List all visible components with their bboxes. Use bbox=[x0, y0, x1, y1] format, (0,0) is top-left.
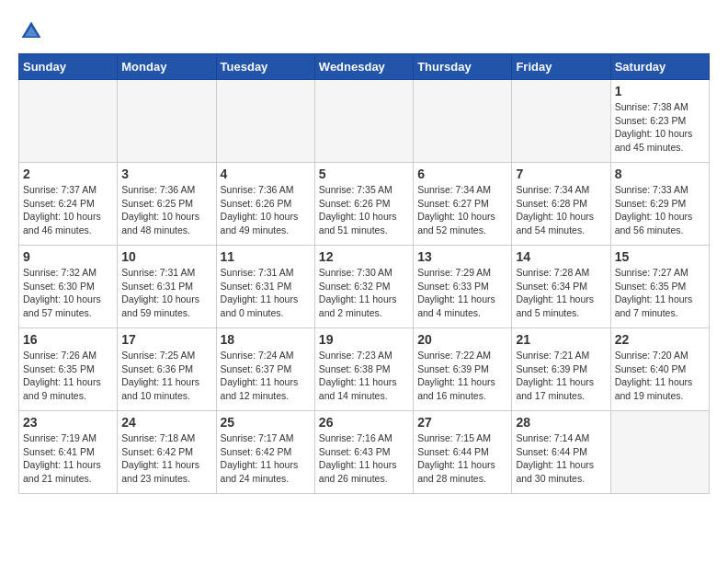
calendar-cell: 17Sunrise: 7:25 AM Sunset: 6:36 PM Dayli… bbox=[118, 328, 216, 411]
day-number: 22 bbox=[615, 332, 705, 347]
day-header: Tuesday bbox=[216, 54, 314, 80]
calendar-cell: 11Sunrise: 7:31 AM Sunset: 6:31 PM Dayli… bbox=[216, 246, 314, 328]
day-info: Sunrise: 7:36 AM Sunset: 6:25 PM Dayligh… bbox=[121, 183, 211, 237]
calendar-cell: 16Sunrise: 7:26 AM Sunset: 6:35 PM Dayli… bbox=[19, 328, 118, 411]
calendar-cell bbox=[512, 80, 610, 163]
day-info: Sunrise: 7:30 AM Sunset: 6:32 PM Dayligh… bbox=[319, 266, 409, 320]
calendar-cell: 21Sunrise: 7:21 AM Sunset: 6:39 PM Dayli… bbox=[512, 328, 610, 411]
day-header: Saturday bbox=[610, 54, 709, 80]
day-info: Sunrise: 7:37 AM Sunset: 6:24 PM Dayligh… bbox=[23, 183, 113, 237]
day-info: Sunrise: 7:25 AM Sunset: 6:36 PM Dayligh… bbox=[121, 349, 211, 403]
day-number: 14 bbox=[516, 249, 606, 264]
day-info: Sunrise: 7:28 AM Sunset: 6:34 PM Dayligh… bbox=[516, 266, 606, 320]
day-info: Sunrise: 7:32 AM Sunset: 6:30 PM Dayligh… bbox=[23, 266, 113, 320]
day-number: 18 bbox=[221, 332, 311, 347]
day-info: Sunrise: 7:21 AM Sunset: 6:39 PM Dayligh… bbox=[516, 349, 606, 403]
day-info: Sunrise: 7:15 AM Sunset: 6:44 PM Dayligh… bbox=[417, 431, 507, 486]
calendar-cell: 22Sunrise: 7:20 AM Sunset: 6:40 PM Dayli… bbox=[610, 328, 709, 411]
calendar-week-row: 2Sunrise: 7:37 AM Sunset: 6:24 PM Daylig… bbox=[19, 163, 710, 246]
day-number: 6 bbox=[417, 167, 507, 181]
calendar-header-row: SundayMondayTuesdayWednesdayThursdayFrid… bbox=[19, 54, 710, 80]
day-number: 8 bbox=[615, 167, 705, 181]
day-info: Sunrise: 7:18 AM Sunset: 6:42 PM Dayligh… bbox=[121, 431, 211, 486]
day-info: Sunrise: 7:31 AM Sunset: 6:31 PM Dayligh… bbox=[221, 266, 311, 320]
day-info: Sunrise: 7:22 AM Sunset: 6:39 PM Dayligh… bbox=[417, 349, 507, 403]
calendar-cell: 3Sunrise: 7:36 AM Sunset: 6:25 PM Daylig… bbox=[118, 163, 216, 246]
calendar-cell: 26Sunrise: 7:16 AM Sunset: 6:43 PM Dayli… bbox=[314, 411, 413, 494]
calendar-week-row: 16Sunrise: 7:26 AM Sunset: 6:35 PM Dayli… bbox=[19, 328, 710, 411]
day-info: Sunrise: 7:34 AM Sunset: 6:28 PM Dayligh… bbox=[516, 183, 606, 237]
day-info: Sunrise: 7:19 AM Sunset: 6:41 PM Dayligh… bbox=[23, 431, 113, 486]
calendar-cell bbox=[314, 80, 413, 163]
day-info: Sunrise: 7:17 AM Sunset: 6:42 PM Dayligh… bbox=[221, 431, 311, 486]
day-info: Sunrise: 7:35 AM Sunset: 6:26 PM Dayligh… bbox=[319, 183, 409, 237]
day-info: Sunrise: 7:16 AM Sunset: 6:43 PM Dayligh… bbox=[319, 431, 409, 486]
day-number: 12 bbox=[319, 249, 409, 264]
day-info: Sunrise: 7:27 AM Sunset: 6:35 PM Dayligh… bbox=[615, 266, 705, 320]
day-number: 24 bbox=[121, 415, 211, 430]
calendar-cell: 2Sunrise: 7:37 AM Sunset: 6:24 PM Daylig… bbox=[19, 163, 118, 246]
day-number: 23 bbox=[23, 415, 113, 430]
calendar-cell: 7Sunrise: 7:34 AM Sunset: 6:28 PM Daylig… bbox=[512, 163, 610, 246]
calendar-cell: 25Sunrise: 7:17 AM Sunset: 6:42 PM Dayli… bbox=[216, 411, 314, 494]
calendar-cell bbox=[414, 80, 512, 163]
day-number: 4 bbox=[221, 167, 311, 181]
day-info: Sunrise: 7:20 AM Sunset: 6:40 PM Dayligh… bbox=[615, 349, 705, 403]
calendar-week-row: 23Sunrise: 7:19 AM Sunset: 6:41 PM Dayli… bbox=[19, 411, 710, 494]
calendar-cell: 24Sunrise: 7:18 AM Sunset: 6:42 PM Dayli… bbox=[118, 411, 216, 494]
calendar-cell: 19Sunrise: 7:23 AM Sunset: 6:38 PM Dayli… bbox=[314, 328, 413, 411]
day-info: Sunrise: 7:36 AM Sunset: 6:26 PM Dayligh… bbox=[221, 183, 311, 237]
calendar-cell: 5Sunrise: 7:35 AM Sunset: 6:26 PM Daylig… bbox=[314, 163, 413, 246]
calendar-week-row: 1Sunrise: 7:38 AM Sunset: 6:23 PM Daylig… bbox=[19, 80, 710, 163]
calendar-cell: 28Sunrise: 7:14 AM Sunset: 6:44 PM Dayli… bbox=[512, 411, 610, 494]
day-info: Sunrise: 7:31 AM Sunset: 6:31 PM Dayligh… bbox=[121, 266, 211, 320]
calendar-cell: 9Sunrise: 7:32 AM Sunset: 6:30 PM Daylig… bbox=[19, 246, 118, 328]
calendar-cell: 13Sunrise: 7:29 AM Sunset: 6:33 PM Dayli… bbox=[414, 246, 512, 328]
day-number: 13 bbox=[417, 249, 507, 264]
calendar-cell: 1Sunrise: 7:38 AM Sunset: 6:23 PM Daylig… bbox=[610, 80, 709, 163]
calendar-table: SundayMondayTuesdayWednesdayThursdayFrid… bbox=[18, 53, 710, 494]
calendar-cell: 18Sunrise: 7:24 AM Sunset: 6:37 PM Dayli… bbox=[216, 328, 314, 411]
day-number: 10 bbox=[121, 249, 211, 264]
day-number: 11 bbox=[221, 249, 311, 264]
day-number: 1 bbox=[615, 84, 705, 98]
day-number: 5 bbox=[319, 167, 409, 181]
day-info: Sunrise: 7:14 AM Sunset: 6:44 PM Dayligh… bbox=[516, 431, 606, 486]
calendar-cell: 20Sunrise: 7:22 AM Sunset: 6:39 PM Dayli… bbox=[414, 328, 512, 411]
day-info: Sunrise: 7:34 AM Sunset: 6:27 PM Dayligh… bbox=[417, 183, 507, 237]
day-header: Wednesday bbox=[314, 54, 413, 80]
day-info: Sunrise: 7:24 AM Sunset: 6:37 PM Dayligh… bbox=[221, 349, 311, 403]
day-number: 9 bbox=[23, 249, 113, 264]
day-number: 7 bbox=[516, 167, 606, 181]
day-header: Thursday bbox=[414, 54, 512, 80]
calendar-cell: 15Sunrise: 7:27 AM Sunset: 6:35 PM Dayli… bbox=[610, 246, 709, 328]
day-number: 26 bbox=[319, 415, 409, 430]
day-info: Sunrise: 7:23 AM Sunset: 6:38 PM Dayligh… bbox=[319, 349, 409, 403]
day-info: Sunrise: 7:33 AM Sunset: 6:29 PM Dayligh… bbox=[615, 183, 705, 237]
calendar-cell: 4Sunrise: 7:36 AM Sunset: 6:26 PM Daylig… bbox=[216, 163, 314, 246]
day-number: 25 bbox=[221, 415, 311, 430]
calendar-cell: 14Sunrise: 7:28 AM Sunset: 6:34 PM Dayli… bbox=[512, 246, 610, 328]
day-number: 2 bbox=[23, 167, 113, 181]
calendar-cell: 6Sunrise: 7:34 AM Sunset: 6:27 PM Daylig… bbox=[414, 163, 512, 246]
calendar-cell bbox=[19, 80, 118, 163]
day-number: 16 bbox=[23, 332, 113, 347]
calendar-cell: 8Sunrise: 7:33 AM Sunset: 6:29 PM Daylig… bbox=[610, 163, 709, 246]
calendar-cell bbox=[118, 80, 216, 163]
page-header bbox=[18, 18, 710, 44]
calendar-cell bbox=[216, 80, 314, 163]
day-number: 20 bbox=[417, 332, 507, 347]
day-number: 15 bbox=[615, 249, 705, 264]
calendar-cell bbox=[610, 411, 709, 494]
logo-icon bbox=[18, 18, 44, 44]
day-number: 27 bbox=[417, 415, 507, 430]
calendar-cell: 27Sunrise: 7:15 AM Sunset: 6:44 PM Dayli… bbox=[414, 411, 512, 494]
calendar-cell: 10Sunrise: 7:31 AM Sunset: 6:31 PM Dayli… bbox=[118, 246, 216, 328]
day-number: 3 bbox=[121, 167, 211, 181]
day-number: 21 bbox=[516, 332, 606, 347]
day-header: Friday bbox=[512, 54, 610, 80]
day-number: 19 bbox=[319, 332, 409, 347]
day-info: Sunrise: 7:38 AM Sunset: 6:23 PM Dayligh… bbox=[615, 100, 705, 155]
day-info: Sunrise: 7:26 AM Sunset: 6:35 PM Dayligh… bbox=[23, 349, 113, 403]
day-number: 17 bbox=[121, 332, 211, 347]
